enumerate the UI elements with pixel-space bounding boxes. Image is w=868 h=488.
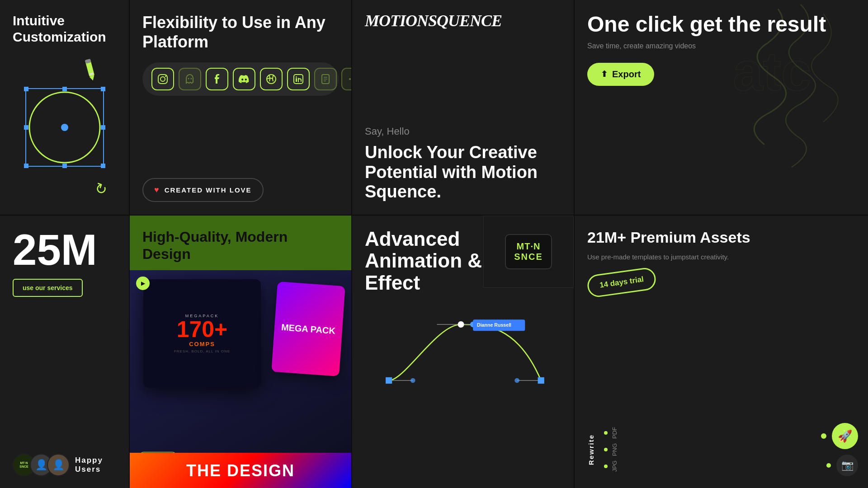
hq-card: High-Quality, Modern Design ▶ MEGAPACK 1… (130, 216, 351, 488)
the-design-banner: THE DESIGN (130, 453, 351, 488)
intuitive-customization-card: Intuitive Customization (0, 0, 129, 215)
camera-button[interactable]: 📷 (836, 455, 858, 476)
export-button[interactable]: ⬆ Export (587, 63, 654, 86)
heart-icon: ♥ (154, 185, 160, 195)
flexibility-card: Flexibility to Use in Any Platform (130, 0, 351, 215)
happy-users-label: Happy Users (75, 456, 116, 474)
ghost-icon (179, 68, 201, 90)
mtn-snce-logo-card: MT∙N SNCE (483, 216, 574, 288)
say-hello: Say, Hello (365, 126, 561, 137)
bezier-animation-area: Dianne Russell (365, 303, 561, 476)
more-icon (341, 68, 351, 90)
svg-point-7 (160, 77, 165, 81)
pencil-icon (75, 54, 105, 86)
instagram-icon (151, 68, 174, 90)
rotate-icon: ↻ (92, 179, 109, 199)
svg-point-28 (410, 378, 415, 383)
export-options-row: Rewrite PDF PNG JPG (587, 423, 858, 476)
hq-title: High-Quality, Modern Design (142, 228, 339, 263)
user-avatars: MT∙NSNCE 👤 👤 (13, 454, 70, 476)
svg-point-10 (191, 78, 192, 80)
svg-point-14 (296, 76, 297, 78)
platform-icons-row (142, 62, 339, 96)
created-label: CREATED WITH LOVE (165, 186, 252, 194)
flexibility-title: Flexibility to Use in Any Platform (142, 13, 339, 52)
svg-point-9 (188, 78, 189, 80)
trial-badge: 14 days trial (586, 267, 657, 299)
advanced-animation-card: MT∙N SNCE Advanced Animation & Effect (352, 216, 574, 488)
format-options: PDF PNG JPG (604, 427, 618, 472)
oneclick-card: atc One click get the result Save time, … (575, 0, 868, 215)
svg-rect-34 (538, 377, 544, 384)
svg-rect-13 (296, 78, 297, 82)
linkedin-icon (287, 68, 310, 90)
stats-card: 25M use our services MT∙NSNCE 👤 👤 Happy … (0, 216, 129, 488)
svg-point-29 (458, 321, 464, 328)
notion-icon (314, 68, 337, 90)
play-button[interactable]: ▶ (136, 277, 150, 290)
premium-assets-card: 21M+ Premium Assets Use pre-made templat… (575, 216, 868, 488)
bezier-svg: Dianne Russell (365, 303, 561, 402)
rewrite-label: Rewrite (587, 434, 595, 465)
premium-title: 21M+ Premium Assets (587, 228, 858, 247)
svg-point-11 (267, 75, 276, 84)
stat-number: 25M (13, 228, 116, 272)
advanced-title: Advanced Animation & Effect (365, 228, 491, 294)
rocket-button[interactable]: 🚀 (832, 423, 858, 449)
oneclick-subtitle: Save time, create amazing videos (587, 42, 858, 50)
use-services-button[interactable]: use our services (13, 279, 83, 297)
intuitive-title: Intuitive Customization (13, 13, 116, 45)
created-with-love-button[interactable]: ♥ CREATED WITH LOVE (142, 178, 264, 202)
svg-text:Dianne Russell: Dianne Russell (477, 322, 511, 328)
svg-rect-33 (386, 377, 392, 384)
discord-icon (233, 68, 255, 90)
avatar-person-2: 👤 (47, 454, 70, 476)
oneclick-title: One click get the result (587, 13, 858, 37)
unlock-title: Unlock Your Creative Potential with Moti… (365, 143, 561, 202)
motion-logo: MOTIONSQUENCE (365, 13, 561, 29)
dribbble-icon (260, 68, 283, 90)
facebook-icon (206, 68, 228, 90)
tablet-mockup: MEGAPACK 170+ COMPS FRESH, BOLD, ALL IN … (143, 279, 261, 388)
export-icon: ⬆ (601, 69, 608, 79)
svg-point-19 (349, 78, 351, 80)
megapack-overlay-card: MEGA PACK (271, 282, 345, 376)
happy-users-row: MT∙NSNCE 👤 👤 Happy Users (13, 454, 116, 476)
svg-point-8 (165, 75, 166, 77)
premium-subtitle: Use pre-made templates to jumpstart crea… (587, 252, 858, 263)
svg-point-31 (514, 378, 519, 383)
motion-squence-card: MOTIONSQUENCE Say, Hello Unlock Your Cre… (352, 0, 574, 215)
svg-point-5 (61, 124, 68, 131)
